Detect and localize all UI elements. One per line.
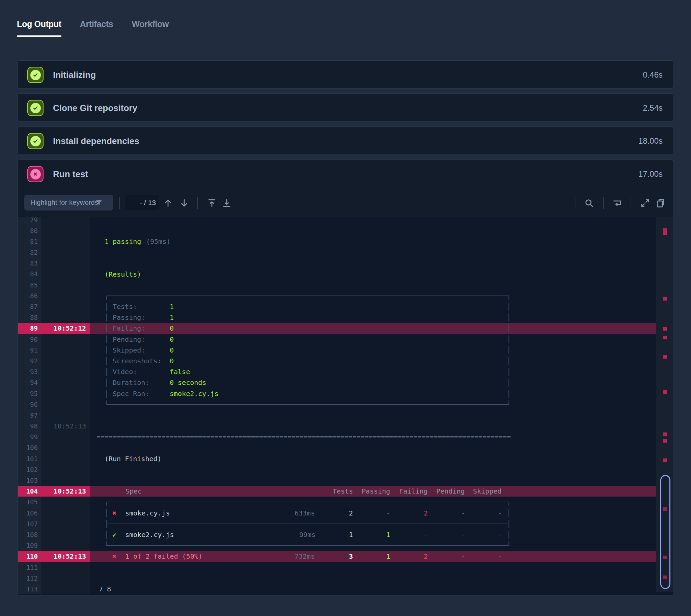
- line-number: 113: [18, 584, 41, 594]
- line-timestamp: [41, 290, 90, 301]
- minimap-match-marker: [663, 336, 667, 339]
- line-number: 86: [18, 290, 41, 301]
- line-number: 99: [18, 432, 41, 442]
- line-timestamp: [41, 573, 90, 584]
- line-number: 79: [18, 217, 41, 225]
- line-number: 89: [18, 323, 41, 334]
- tab-log-output[interactable]: Log Output: [17, 19, 61, 36]
- line-timestamp: [41, 497, 90, 507]
- log-line: 95│Spec Ran:smoke2.cy.js│: [18, 388, 656, 399]
- step-duration: 17.00s: [639, 169, 663, 179]
- line-timestamp: [41, 217, 90, 225]
- line-number: 107: [18, 519, 41, 529]
- log-line: 86┌─────────────────────────────────────…: [18, 290, 656, 301]
- tab-artifacts[interactable]: Artifacts: [80, 19, 113, 36]
- scrollbar-thumb[interactable]: [660, 475, 670, 589]
- line-timestamp: 10:52:13: [41, 421, 90, 432]
- minimap-match-marker: [663, 228, 667, 235]
- line-number: 102: [18, 464, 41, 475]
- line-timestamp: 10:52:13: [41, 486, 90, 497]
- log-viewer: 7980811 passing(95ms)828384(Results)8586…: [18, 217, 673, 595]
- line-timestamp: [41, 247, 90, 258]
- line-number: 112: [18, 573, 41, 584]
- search-icon[interactable]: [582, 196, 597, 211]
- line-timestamp: [41, 280, 90, 290]
- success-check-icon: [27, 67, 44, 83]
- log-line: 106│✖smoke.cy.js633ms2-2--│: [18, 508, 656, 519]
- step-card-run-test: Run test 17.00s Highlight for keywords -…: [18, 159, 673, 595]
- step-card-initializing[interactable]: Initializing 0.46s: [18, 60, 673, 89]
- step-label: Run test: [53, 169, 88, 179]
- success-check-icon: [27, 100, 44, 116]
- keyword-filter-input[interactable]: Highlight for keywords: [24, 195, 113, 211]
- minimap-match-marker: [663, 327, 667, 331]
- log-line: 107├────────────────────────────────────…: [18, 519, 656, 529]
- step-card-install-deps[interactable]: Install dependencies 18.00s: [18, 127, 673, 155]
- log-line: 105┌────────────────────────────────────…: [18, 497, 656, 507]
- line-number: 88: [18, 312, 41, 323]
- run-test-header[interactable]: Run test 17.00s: [18, 160, 673, 188]
- log-line: 79: [18, 217, 656, 225]
- log-line: 85: [18, 280, 656, 290]
- line-number: 103: [18, 475, 41, 486]
- filter-icon: [94, 198, 103, 207]
- filter-placeholder: Highlight for keywords: [30, 199, 98, 206]
- line-number: 109: [18, 540, 41, 551]
- line-number: 85: [18, 280, 41, 290]
- log-line: 93│Video:false│: [18, 366, 656, 377]
- line-timestamp: [41, 454, 90, 464]
- log-line: 87│Tests:1│: [18, 301, 656, 312]
- line-number: 110: [18, 551, 41, 562]
- wrap-lines-icon[interactable]: [610, 196, 625, 211]
- line-timestamp: [41, 268, 90, 279]
- line-number: 90: [18, 334, 41, 345]
- minimap-match-marker: [663, 459, 667, 462]
- line-timestamp: [41, 236, 90, 247]
- line-number: 101: [18, 454, 41, 464]
- line-timestamp: [41, 312, 90, 323]
- line-timestamp: [41, 225, 90, 236]
- minimap-match-marker: [663, 390, 667, 394]
- scroll-to-bottom-button[interactable]: [219, 196, 234, 211]
- line-timestamp: [41, 562, 90, 573]
- step-card-clone-git[interactable]: Clone Git repository 2.54s: [18, 93, 673, 122]
- line-number: 105: [18, 497, 41, 507]
- log-toolbar: Highlight for keywords - / 13: [18, 188, 673, 218]
- log-line: 8910:52:12│Failing:0│: [18, 323, 656, 334]
- line-number: 100: [18, 442, 41, 453]
- minimap-match-marker: [663, 297, 667, 301]
- copy-icon[interactable]: [653, 196, 668, 211]
- prev-match-button[interactable]: [160, 196, 175, 211]
- line-number: 92: [18, 356, 41, 366]
- log-line: 100: [18, 442, 656, 453]
- minimap-scrollbar[interactable]: [656, 217, 673, 592]
- line-number: 94: [18, 377, 41, 388]
- log-line: 9810:52:13: [18, 421, 656, 432]
- log-line: 97: [18, 410, 656, 421]
- log-line: 90│Pending:0│: [18, 334, 656, 345]
- line-timestamp: [41, 301, 90, 312]
- line-timestamp: 10:52:12: [41, 323, 90, 334]
- log-line: 84(Results): [18, 268, 656, 279]
- line-timestamp: [41, 529, 90, 540]
- line-timestamp: [41, 432, 90, 442]
- expand-icon[interactable]: [638, 196, 652, 211]
- line-number: 106: [18, 508, 41, 519]
- line-number: 97: [18, 410, 41, 421]
- next-match-button[interactable]: [177, 196, 192, 211]
- line-number: 95: [18, 388, 41, 399]
- log-line: 811 passing(95ms): [18, 236, 656, 247]
- line-number: 87: [18, 301, 41, 312]
- log-line: 83: [18, 258, 656, 268]
- log-line: 112: [18, 573, 656, 584]
- line-timestamp: [41, 334, 90, 345]
- log-line: 1137 8: [18, 584, 656, 594]
- minimap-match-marker: [663, 439, 667, 443]
- scroll-to-top-button[interactable]: [204, 196, 219, 211]
- line-number: 91: [18, 345, 41, 356]
- log-line: 108│✔smoke2.cy.js99ms11---│: [18, 529, 656, 540]
- tab-workflow[interactable]: Workflow: [132, 19, 169, 36]
- line-number: 93: [18, 366, 41, 377]
- line-timestamp: [41, 377, 90, 388]
- minimap-match-marker: [663, 355, 667, 359]
